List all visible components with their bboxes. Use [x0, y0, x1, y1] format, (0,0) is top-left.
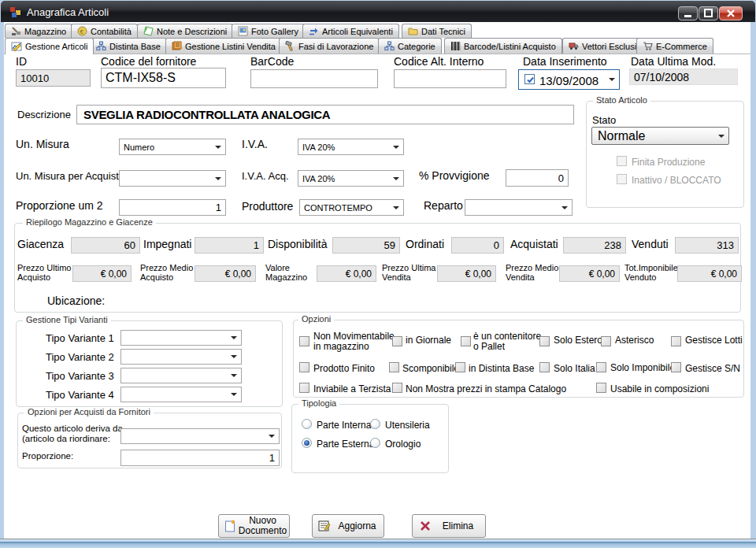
in-giornale-checkbox[interactable] — [392, 336, 402, 346]
minimize-button[interactable] — [678, 6, 698, 20]
aggiorna-label: Aggiorna — [331, 521, 384, 531]
solo-italia-label: Solo Italia — [554, 363, 595, 374]
tipo-variante-2-combo[interactable] — [120, 349, 242, 365]
close-icon — [720, 7, 742, 20]
data-inserimento-checkbox[interactable] — [524, 74, 535, 84]
tab-label: Fasi di Lavorazione — [298, 42, 373, 51]
aggiorna-button[interactable]: Aggiorna — [312, 514, 384, 538]
tipo-variante-3-combo[interactable] — [120, 368, 242, 383]
tab-foto-gallery[interactable]: Foto Gallery — [232, 24, 305, 38]
tab-vettori-esclusi[interactable]: Vettori Esclusi — [562, 38, 643, 54]
disponibilita-label: Disponibilità — [268, 238, 327, 250]
warehouse-icon — [11, 26, 21, 36]
tab-note-descrizioni[interactable]: Note e Descrizioni — [137, 24, 233, 38]
gestisce-sn-checkbox[interactable] — [671, 362, 681, 372]
tab-contabilita[interactable]: € Contabilità — [71, 24, 138, 38]
stato-label: Stato — [592, 114, 616, 126]
maximize-button[interactable] — [699, 6, 718, 20]
un-misura-combo[interactable]: Numero — [119, 139, 226, 155]
stato-combo[interactable]: Normale — [591, 127, 729, 145]
inattivo-bloccato-label: Inattivo / BLOCCATO — [632, 175, 721, 186]
elimina-button[interactable]: Elimina — [412, 514, 486, 538]
solo-imponibile-checkbox[interactable] — [596, 362, 606, 372]
inattivo-bloccato-checkbox[interactable] — [617, 174, 627, 184]
codice-fornitore-label: Codice del fornitore — [101, 55, 196, 68]
non-movimentabile-checkbox[interactable] — [299, 336, 309, 346]
tab-label: Categorie — [398, 42, 435, 51]
codice-fornitore-field[interactable]: CTM-IX58-S — [101, 68, 226, 88]
tipologia-caption: Tipologia — [298, 398, 339, 408]
non-movimentabile-label: Non Movimentabile in magazzino — [313, 331, 402, 352]
provvigione-field[interactable]: 0 — [506, 169, 569, 187]
nuovo-documento-label: Nuovo Documento — [236, 516, 289, 536]
tipo-variante-4-combo[interactable] — [120, 387, 242, 402]
reparto-combo[interactable] — [465, 199, 573, 216]
prezzo-ultima-vendita-field: € 0,00 — [437, 265, 496, 282]
asterisco-checkbox[interactable] — [601, 336, 611, 346]
id-label: ID — [16, 55, 27, 68]
descrizione-field[interactable]: SVEGLIA RADIOCONTROLLATA ANALOGICA — [76, 105, 574, 124]
tab-categorie[interactable]: Categorie — [378, 38, 442, 54]
close-button[interactable] — [719, 6, 743, 20]
data-ultima-mod-label: Data Ultima Mod. — [631, 55, 716, 68]
proporzione-field[interactable]: 1 — [120, 450, 280, 466]
chevron-down-icon — [718, 135, 724, 138]
prodotto-finito-checkbox[interactable] — [299, 362, 309, 372]
title-bar: Anagrafica Articoli — [1, 1, 755, 22]
prezzo-ultimo-acquisto-field: € 0,00 — [72, 265, 132, 282]
tab-fasi-lavorazione[interactable]: Fasi di Lavorazione — [279, 38, 380, 54]
parte-esterna-radio[interactable] — [302, 438, 312, 448]
usabile-composizioni-checkbox[interactable] — [596, 383, 606, 393]
nuovo-documento-button[interactable]: Nuovo Documento — [218, 514, 290, 538]
tab-ecommerce[interactable]: E-Commerce — [636, 38, 713, 54]
codice-alt-field[interactable] — [394, 69, 506, 88]
tab-gestione-listini-vendita[interactable]: Gestione Listini Vendita — [165, 38, 282, 54]
data-inserimento-picker[interactable]: 13/09/2008 — [518, 69, 620, 90]
finita-produzione-checkbox[interactable] — [617, 156, 627, 166]
tab-gestione-articoli[interactable]: Gestione Articoli — [5, 38, 94, 54]
tipo-variante-1-combo[interactable] — [120, 330, 242, 346]
chart-pencil-icon — [11, 41, 22, 52]
in-distinta-base-checkbox[interactable] — [455, 362, 465, 372]
inviabile-terzista-checkbox[interactable] — [299, 383, 309, 393]
tipo-variante-1-label: Tipo Variante 1 — [46, 332, 114, 344]
solo-estero-checkbox[interactable] — [539, 336, 550, 346]
elimina-label: Elimina — [431, 521, 485, 531]
tab-magazzino[interactable]: Magazzino — [5, 24, 72, 38]
barcode-label: BarCode — [250, 55, 294, 68]
produttore-combo[interactable]: CONTROTEMPO — [299, 199, 404, 216]
scomponibile-checkbox[interactable] — [389, 362, 399, 372]
chevron-down-icon — [231, 336, 237, 339]
contenitore-pallet-checkbox[interactable] — [461, 336, 471, 346]
prezzo-medio-acquisto-label: Prezzo Medio Acquisto — [140, 263, 197, 282]
acquistati-field: 238 — [563, 237, 626, 254]
asterisco-label: Asterisco — [615, 335, 654, 346]
proporzione-um2-field[interactable]: 1 — [119, 199, 226, 216]
solo-italia-checkbox[interactable] — [539, 362, 550, 372]
app-icon — [9, 6, 21, 18]
prezzo-ultimo-acquisto-label: Prezzo Ultimo Acquisto — [17, 263, 74, 282]
non-mostra-prezzi-checkbox[interactable] — [392, 383, 402, 393]
orgchart-icon — [384, 41, 395, 51]
iva-acq-combo[interactable]: IVA 20% — [298, 170, 404, 187]
iva-combo[interactable]: IVA 20% — [298, 139, 404, 155]
truck-icon — [569, 41, 579, 51]
tab-barcode-listini[interactable]: Barcode/Listini Acquisto — [444, 38, 562, 54]
tab-label: Vettori Esclusi — [582, 42, 636, 51]
proporzione-label: Proporzione: — [22, 451, 73, 461]
deriva-combo[interactable] — [120, 428, 280, 444]
tab-articoli-equivalenti[interactable]: Articoli Equivalenti — [302, 24, 399, 38]
barcode-field[interactable] — [250, 69, 378, 88]
descrizione-label: Descrizione — [17, 109, 71, 120]
prezzo-ultima-vendita-label: Prezzo Ultima Vendita — [382, 263, 439, 282]
parte-interna-radio[interactable] — [302, 419, 312, 429]
un-misura-acquisti-combo[interactable] — [119, 170, 226, 187]
gestisce-lotti-checkbox[interactable] — [671, 336, 681, 346]
tab-dati-tecnici[interactable]: Dati Tecnici — [402, 24, 472, 38]
codice-alt-label: Codice Alt. Interno — [394, 55, 484, 68]
orologio-radio[interactable] — [370, 438, 380, 448]
chevron-down-icon — [269, 435, 275, 438]
tab-distinta-base[interactable]: Distinta Base — [90, 38, 167, 54]
impegnati-label: Impegnati — [143, 238, 191, 250]
utensileria-radio[interactable] — [370, 419, 380, 429]
